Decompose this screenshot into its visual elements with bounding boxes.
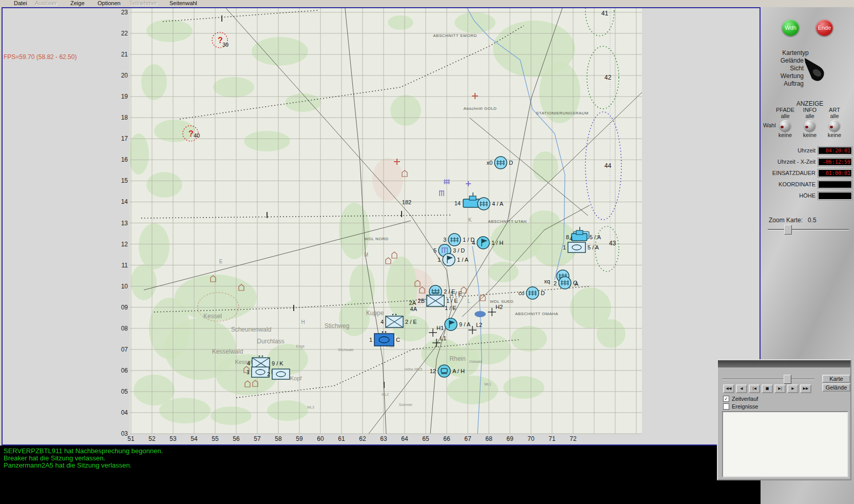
svg-text:64: 64	[401, 435, 408, 442]
svg-text:61: 61	[338, 435, 345, 442]
playback-button-0[interactable]: ◀◀	[723, 384, 734, 393]
playback-button-1[interactable]: ◀	[736, 384, 747, 393]
svg-text:Höhe 0815: Höhe 0815	[405, 367, 422, 371]
svg-text:08: 08	[121, 325, 128, 332]
svg-text:15: 15	[121, 177, 128, 184]
playback-button-2[interactable]: |◀	[749, 384, 760, 393]
svg-text:22: 22	[121, 30, 128, 37]
svg-text:67: 67	[464, 435, 471, 442]
svg-text:Kessel: Kessel	[203, 313, 222, 320]
svg-text:43: 43	[609, 240, 616, 247]
svg-text:1: 1	[246, 369, 250, 375]
kartentyp-option-gel-nde[interactable]: Gelände	[761, 57, 804, 65]
menu-item-ausl-ser[interactable]: Auslöser	[35, 0, 57, 7]
menu-item-optionen[interactable]: Optionen	[98, 0, 121, 7]
replay-panel: ◀◀◀|◀■▶|▶▶▶ KarteGelände ✓ZeitverlaufEre…	[717, 359, 851, 480]
display-row-uhrzeit: Uhrzeit04:20:01	[761, 147, 854, 154]
svg-text:Stichwald: Stichwald	[338, 348, 353, 352]
message-log: SERVERPZBTL911 hat Nachbesprechung begon…	[0, 445, 761, 504]
replay-panel-titlebar[interactable]	[718, 360, 850, 367]
anzeige-keine-label: keine	[822, 132, 847, 138]
checkbox-row-zeitverlauf[interactable]: ✓Zeitverlauf	[723, 395, 758, 402]
kartentyp-option-auftrag[interactable]: Auftrag	[761, 80, 804, 88]
svg-text:1 / A: 1 / A	[457, 257, 469, 263]
menu-item-seitenwahl[interactable]: Seitenwahl	[169, 0, 197, 7]
svg-text:Kesselwald: Kesselwald	[212, 348, 243, 355]
checkbox-label: Ereignisse	[732, 403, 758, 410]
svg-text:3 / D: 3 / D	[453, 247, 465, 254]
anzeige-alle-label: alle	[822, 113, 847, 119]
svg-text:5: 5	[433, 247, 437, 254]
map-zoom-slider[interactable]	[768, 229, 849, 230]
svg-text:16: 16	[121, 156, 128, 163]
menu-item-teilnehmer[interactable]: Teilnehmer	[129, 0, 157, 7]
playback-button-5[interactable]: ▶	[787, 384, 799, 393]
playback-button-4[interactable]: ▶|	[774, 384, 786, 393]
display-row-koordinate: KOORDINATE	[761, 181, 854, 188]
menu-item-datei[interactable]: Datei	[14, 0, 27, 7]
battle-map-container[interactable]: 2322212019181716151413121110090807060504…	[3, 8, 757, 444]
anzeige-name: PFADE	[773, 107, 798, 113]
svg-text:42: 42	[604, 74, 612, 81]
panel-button-karte[interactable]: Karte	[822, 375, 850, 383]
panel-button-gel-nde[interactable]: Gelände	[822, 383, 850, 392]
menu-item-zeige[interactable]: Zeige	[70, 0, 85, 7]
checkbox-row-ereignisse[interactable]: Ereignisse	[723, 402, 758, 410]
svg-text:40: 40	[194, 132, 200, 139]
svg-text:21: 21	[121, 51, 128, 58]
log-message: SERVERPZBTL911 hat Nachbesprechung begon…	[0, 445, 761, 455]
svg-text:C: C	[396, 337, 400, 343]
svg-text:59: 59	[296, 435, 303, 442]
svg-text:11: 11	[122, 262, 128, 269]
replay-timeline-handle[interactable]	[784, 375, 791, 384]
svg-text:5 / A: 5 / A	[590, 234, 601, 240]
display-label: Uhrzeit	[761, 147, 815, 153]
map-zoom-slider-handle[interactable]	[784, 225, 792, 235]
event-list[interactable]	[722, 411, 848, 477]
anzeige-group-info: INFOallekeine	[798, 107, 822, 138]
kartentyp-option-wertung[interactable]: Wertung	[761, 72, 804, 80]
pfence-icon	[444, 179, 450, 184]
map-window: 2322212019181716151413121110090807060504…	[2, 7, 761, 445]
svg-text:4: 4	[247, 360, 250, 366]
wdh-button[interactable]: Wdh	[782, 20, 799, 36]
svg-text:69: 69	[506, 435, 514, 442]
svg-text:Scheunenwald: Scheunenwald	[231, 326, 272, 333]
knob-art[interactable]	[829, 120, 840, 131]
svg-text:68: 68	[485, 435, 492, 442]
kartentyp-knob-icon[interactable]	[804, 56, 828, 86]
anzeige-group-pfade: PFADEallekeine	[773, 107, 798, 138]
svg-text:14: 14	[454, 200, 461, 206]
battle-map[interactable]: 2322212019181716151413121110090807060504…	[3, 8, 757, 442]
knob-info[interactable]	[804, 120, 815, 131]
svg-text:57: 57	[254, 435, 261, 442]
svg-text:A / H: A / H	[452, 368, 465, 374]
checkbox-ereignisse[interactable]	[723, 403, 729, 410]
svg-text:2B: 2B	[418, 298, 425, 304]
replay-timeline-slider[interactable]	[722, 379, 814, 380]
svg-text:Kuppe: Kuppe	[366, 309, 384, 317]
anzeige-alle-label: alle	[798, 113, 822, 119]
svg-text:5 / A: 5 / A	[587, 244, 599, 250]
svg-text:05: 05	[121, 388, 128, 395]
playback-button-3[interactable]: ■	[762, 384, 773, 393]
svg-text:L1: L1	[440, 335, 446, 341]
svg-text:4A: 4A	[410, 306, 417, 312]
svg-text:2 / E: 2 / E	[405, 319, 417, 325]
anzeige-alle-label: alle	[773, 113, 798, 119]
svg-text:STATIONIERUNGSRAUM: STATIONIERUNGSRAUM	[536, 111, 589, 115]
svg-text:53: 53	[169, 435, 177, 442]
svg-text:Durchlass: Durchlass	[257, 338, 284, 345]
svg-text:07: 07	[121, 346, 128, 353]
checkbox-zeitverlauf[interactable]: ✓	[723, 396, 729, 402]
svg-text:co: co	[518, 290, 524, 296]
kartentyp-option-sicht[interactable]: Sicht	[761, 65, 804, 72]
svg-text:ML2: ML2	[382, 393, 389, 396]
ende-button[interactable]: Ende	[816, 20, 833, 36]
display-row-h-he: HÖHE	[761, 192, 854, 199]
svg-text:18: 18	[121, 114, 128, 121]
knob-pfade[interactable]	[780, 120, 791, 131]
svg-text:1 / H: 1 / H	[491, 240, 503, 246]
playback-button-6[interactable]: ▶▶	[800, 384, 811, 393]
svg-text:41: 41	[601, 10, 609, 17]
